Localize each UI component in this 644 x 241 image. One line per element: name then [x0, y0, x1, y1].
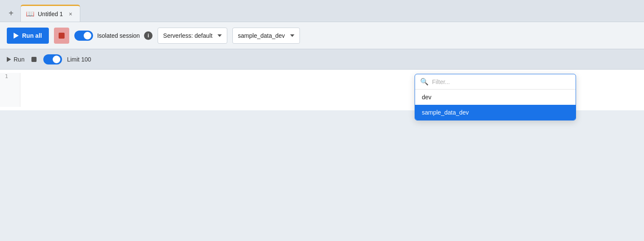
run-all-button[interactable]: Run all [7, 28, 49, 44]
cell-toggle[interactable] [43, 54, 62, 64]
isolated-session-toggle[interactable] [74, 31, 93, 41]
database-dropdown-popup: 🔍 dev sample_data_dev [415, 74, 576, 120]
tab-bar: + 📖 Untitled 1 × [0, 0, 644, 22]
run-all-label: Run all [22, 32, 42, 39]
notebook-tab[interactable]: 📖 Untitled 1 × [20, 5, 80, 22]
tab-close-button[interactable]: × [66, 10, 75, 18]
cell-toolbar: Run Limit 100 [0, 49, 644, 70]
cell-run-button[interactable]: Run [7, 56, 25, 63]
filter-input[interactable] [432, 78, 571, 85]
play-icon [14, 33, 19, 39]
tab-title: Untitled 1 [38, 11, 63, 17]
limit-label: Limit 100 [67, 56, 91, 63]
dropdown-option-dev[interactable]: dev [415, 90, 576, 105]
plus-icon: + [8, 8, 14, 18]
database-dropdown[interactable]: sample_data_dev [232, 28, 300, 44]
line-number-1: 1 [5, 73, 15, 79]
serverless-dropdown[interactable]: Serverless: default [158, 28, 227, 44]
toggle-thumb [84, 32, 91, 39]
database-chevron-icon [290, 34, 294, 37]
notebook-icon: 📖 [26, 10, 34, 18]
stop-icon [59, 33, 65, 39]
cell-toggle-thumb [53, 56, 60, 63]
serverless-label: Serverless: default [163, 32, 212, 39]
cell-toggle-track [43, 54, 62, 64]
info-icon[interactable]: i [144, 31, 153, 40]
cell-stop-icon [31, 57, 37, 62]
cell-play-icon [7, 57, 11, 62]
cell-run-label: Run [14, 56, 25, 63]
filter-input-row: 🔍 [415, 74, 576, 90]
new-tab-button[interactable]: + [3, 6, 19, 21]
stop-button[interactable] [54, 28, 69, 44]
isolated-session-label: Isolated session [97, 32, 140, 39]
line-number-gutter: 1 [0, 73, 20, 107]
dropdown-option-sample-data-dev[interactable]: sample_data_dev [415, 105, 576, 120]
isolated-session-toggle-group: Isolated session i [74, 31, 153, 41]
filter-search-icon: 🔍 [420, 78, 429, 86]
toggle-track [74, 31, 93, 41]
serverless-chevron-icon [217, 34, 222, 37]
toolbar: Run all Isolated session i Serverless: d… [0, 22, 644, 49]
database-label: sample_data_dev [238, 32, 285, 39]
